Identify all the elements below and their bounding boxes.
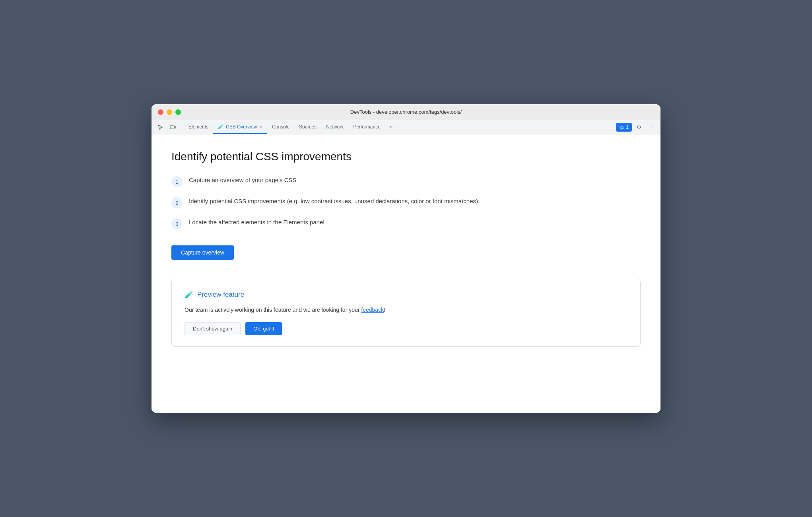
preview-description: Our team is actively working on this fea… xyxy=(185,305,627,314)
tab-css-overview[interactable]: 🧪 CSS Overview ✕ xyxy=(213,120,267,134)
preview-title: Preview feature xyxy=(197,291,244,299)
flask-icon-tab: 🧪 xyxy=(218,124,223,129)
tab-performance[interactable]: Performance xyxy=(348,120,385,134)
step-text-1: Capture an overview of your page's CSS xyxy=(189,176,297,185)
titlebar: DevTools - developer.chrome.com/tags/dev… xyxy=(152,104,660,120)
more-options-icon[interactable]: ⋮ xyxy=(646,122,657,133)
step-text-2: Identify potential CSS improvements (e.g… xyxy=(189,197,478,206)
tab-console[interactable]: Console xyxy=(267,120,294,134)
svg-point-2 xyxy=(622,129,622,130)
step-number-3: 3 xyxy=(171,218,183,229)
tab-network[interactable]: Network xyxy=(321,120,348,134)
minimize-traffic-light[interactable] xyxy=(167,109,172,115)
tab-icon-group xyxy=(155,120,182,134)
step-number-1: 1 xyxy=(171,176,183,187)
settings-icon[interactable]: ⚙ xyxy=(633,122,645,133)
step-item-2: 2 Identify potential CSS improvements (e… xyxy=(171,197,641,208)
ok-got-it-button[interactable]: Ok, got it xyxy=(245,322,282,335)
steps-list: 1 Capture an overview of your page's CSS… xyxy=(171,176,641,229)
preview-header: 🧪 Preview feature xyxy=(185,290,627,299)
capture-overview-button[interactable]: Capture overview xyxy=(171,245,234,260)
preview-actions: Don't show again Ok, got it xyxy=(185,322,627,335)
svg-rect-1 xyxy=(175,126,176,128)
tab-sources[interactable]: Sources xyxy=(294,120,321,134)
page-title: Identify potential CSS improvements xyxy=(171,150,641,163)
preview-text-end: ! xyxy=(384,307,385,313)
preview-feature-card: 🧪 Preview feature Our team is actively w… xyxy=(171,279,641,347)
preview-text-start: Our team is actively working on this fea… xyxy=(185,307,361,313)
notification-button[interactable]: 1 xyxy=(616,123,632,132)
devtools-window: DevTools - developer.chrome.com/tags/dev… xyxy=(152,104,660,413)
step-number-2: 2 xyxy=(171,197,183,208)
preview-flask-icon: 🧪 xyxy=(185,290,193,299)
cursor-icon[interactable] xyxy=(155,122,166,133)
notification-count: 1 xyxy=(626,124,629,130)
tab-more[interactable]: » xyxy=(385,120,398,134)
main-content: Identify potential CSS improvements 1 Ca… xyxy=(152,134,660,413)
devtools-tabbar: Elements 🧪 CSS Overview ✕ Console Source… xyxy=(152,120,660,134)
close-traffic-light[interactable] xyxy=(158,109,163,115)
dont-show-button[interactable]: Don't show again xyxy=(185,322,241,335)
tab-elements[interactable]: Elements xyxy=(184,120,213,134)
step-item-1: 1 Capture an overview of your page's CSS xyxy=(171,176,641,187)
window-title: DevTools - developer.chrome.com/tags/dev… xyxy=(350,109,462,115)
svg-rect-0 xyxy=(170,126,174,129)
feedback-link[interactable]: feedback xyxy=(361,307,384,313)
step-text-3: Locate the affected elements in the Elem… xyxy=(189,218,324,227)
step-item-3: 3 Locate the affected elements in the El… xyxy=(171,218,641,229)
tabs-right-actions: 1 ⚙ ⋮ xyxy=(616,120,657,134)
tabs-list: Elements 🧪 CSS Overview ✕ Console Source… xyxy=(184,120,616,134)
traffic-lights xyxy=(158,109,181,115)
fullscreen-traffic-light[interactable] xyxy=(175,109,181,115)
tab-close-icon[interactable]: ✕ xyxy=(259,125,262,129)
device-toggle-icon[interactable] xyxy=(167,122,179,133)
